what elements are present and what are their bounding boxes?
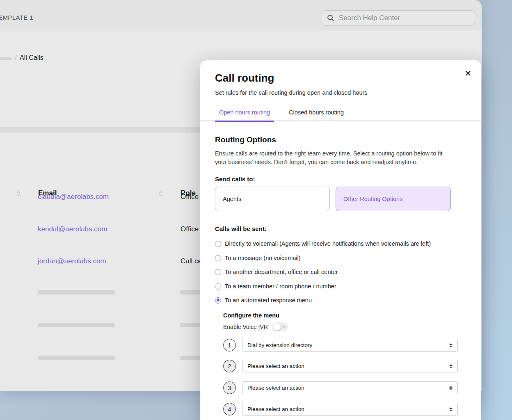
breadcrumb-separator: / [15,54,17,62]
radio-directly-to-voicemail[interactable]: Directly to voicemail (Agents will recei… [215,240,431,248]
enable-voice-ivr-row: Enable Voice IVR ✕ [223,322,288,331]
menu-action-select-4[interactable]: Please select an action [242,403,458,415]
email-link[interactable]: kendal@aerolabs.com [38,225,107,233]
routing-options-heading: Routing Options [215,135,276,144]
send-option-label: Agents [223,196,241,202]
radio-icon [215,255,221,261]
radio-icon [215,269,221,275]
radio-icon [215,283,221,290]
role-cell: Office [181,193,199,201]
voice-ivr-term: Voice IVR [242,324,267,331]
menu-step-number: 2 [223,360,236,372]
desktop-background: EMPLATE 1 / All Calls Email Role claudia [0,0,512,420]
sort-icon[interactable] [17,191,21,196]
send-option-agents[interactable]: Agents [215,187,330,211]
sort-icon[interactable] [158,191,162,196]
tabs-divider [200,120,481,121]
template-label: EMPLATE 1 [0,14,33,21]
send-option-label: Other Routing Options [343,196,402,202]
app-header: EMPLATE 1 [0,0,482,30]
email-link[interactable]: jordan@aerolabs.com [38,257,106,265]
menu-step-number: 3 [223,381,236,394]
select-arrows-icon [449,364,453,368]
configure-menu-heading: Configure the menu [223,312,279,319]
radio-icon [215,241,221,247]
menu-action-select-3[interactable]: Please select an action [242,381,458,394]
send-option-other-routing[interactable]: Other Routing Options [336,187,451,211]
skeleton-bar [38,290,115,294]
modal-title: Call routing [215,72,274,84]
email-link[interactable]: claudia@aerolabs.com [38,193,109,201]
select-arrows-icon [449,386,453,390]
select-arrows-icon [449,407,453,411]
breadcrumb-skeleton [0,57,11,60]
send-calls-to-label: Send calls to: [215,176,255,183]
role-cell: Call ce [181,257,202,265]
search-icon [327,14,334,22]
toggle-off-icon: ✕ [282,325,286,329]
radio-to-a-message[interactable]: To a message (no voicemail) [215,254,301,262]
radio-icon-selected [215,297,221,304]
call-routing-modal: ✕ Call routing Set rules for the call ro… [200,60,481,420]
search-input[interactable] [338,14,470,23]
radio-another-department[interactable]: To another department, office or call ce… [215,268,338,276]
radio-automated-response-menu[interactable]: To an automated response menu [215,296,312,304]
role-cell: Office [181,225,199,233]
voice-ivr-toggle[interactable]: ✕ [272,322,288,331]
skeleton-bar [38,323,115,327]
radio-team-member[interactable]: To a team member / room phone / number [215,282,336,290]
close-icon[interactable]: ✕ [463,68,473,79]
routing-options-description: Ensure calls are routed to the right tea… [215,149,452,167]
menu-step-number: 1 [223,339,236,352]
toggle-knob [273,323,281,331]
menu-action-select-1[interactable]: Dial by extension directory [242,339,458,352]
menu-action-select-2[interactable]: Please select an action [242,360,458,372]
calls-will-be-sent-label: Calls will be sent: [215,225,267,232]
select-arrows-icon [449,343,453,347]
menu-step-number: 4 [223,403,236,415]
enable-voice-ivr-label: Enable Voice IVR [223,324,268,330]
skeleton-bar [38,356,115,360]
breadcrumb-current[interactable]: All Calls [20,54,43,62]
help-center-search[interactable] [322,10,475,26]
modal-subtitle: Set rules for the call routing during op… [215,89,368,96]
